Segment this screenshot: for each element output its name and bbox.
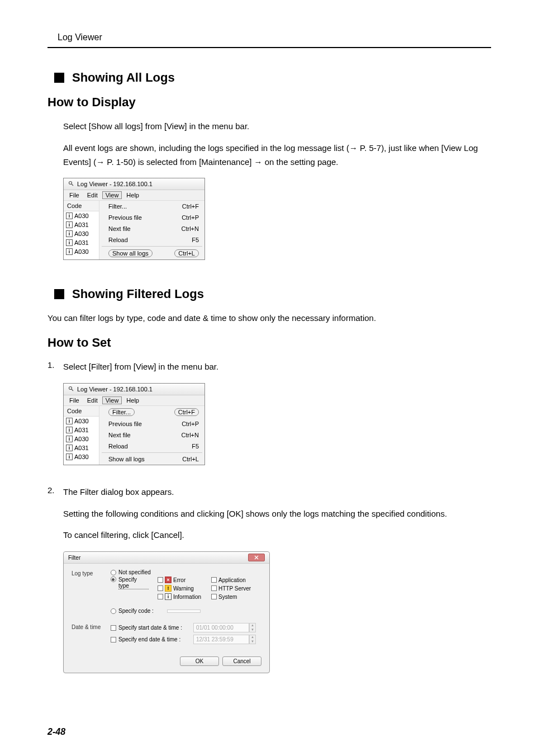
menu-item-previous-file[interactable]: Previous fileCtrl+P: [99, 418, 204, 429]
info-icon: i: [66, 248, 73, 255]
menu-edit[interactable]: Edit: [84, 191, 101, 199]
table-row: iA031: [64, 443, 99, 452]
bullet-square: [54, 73, 64, 83]
table-row: iA031: [64, 426, 99, 434]
window-title: Log Viewer - 192.168.100.1: [77, 386, 153, 393]
menu-bar: File Edit View Help: [64, 190, 204, 201]
menu-item-previous-file[interactable]: Previous fileCtrl+P: [99, 212, 204, 223]
step-number: 1.: [47, 360, 56, 479]
table-row: iA030: [64, 211, 99, 220]
close-button[interactable]: [248, 554, 265, 561]
radio-icon: [111, 608, 116, 614]
radio-specify-code[interactable]: Specify code :: [111, 608, 261, 614]
heading-how-to-display: How to Display: [47, 95, 491, 110]
screenshot-view-menu-show-all: Log Viewer - 192.168.100.1 File Edit Vie…: [63, 178, 205, 260]
menu-file[interactable]: File: [66, 396, 83, 404]
menu-view[interactable]: View: [102, 396, 122, 404]
info-icon: i: [165, 593, 172, 600]
table-row: iA030: [64, 452, 99, 461]
checkbox-icon: [158, 585, 163, 591]
label-logtype: Log type: [72, 569, 104, 615]
menu-separator: [102, 452, 202, 453]
screenshot-view-menu-filter: Log Viewer - 192.168.100.1 File Edit Vie…: [63, 383, 205, 465]
page-number: 2-48: [47, 727, 65, 737]
code-column: Code iA030 iA031 iA030 iA031 iA030: [64, 201, 99, 259]
h2-text: Showing Filtered Logs: [72, 287, 204, 301]
svg-line-3: [72, 389, 73, 391]
menu-item-filter[interactable]: Filter...Ctrl+F: [99, 406, 204, 418]
menu-view[interactable]: View: [102, 191, 122, 199]
table-row: iA031: [64, 220, 99, 229]
info-icon: i: [66, 212, 73, 219]
menu-separator: [102, 246, 202, 247]
spinner-buttons[interactable]: ▲▼: [249, 635, 256, 644]
app-icon: [67, 385, 75, 393]
cb-start-date[interactable]: Specify start date & time : 01/01 00:00:…: [111, 623, 261, 632]
start-date-input[interactable]: 01/01 00:00:00▲▼: [193, 623, 256, 632]
step-1: 1. Select [Filter] from [View] in the me…: [47, 360, 491, 479]
checkbox-icon: [158, 594, 163, 599]
radio-icon: [111, 577, 116, 582]
window-title: Log Viewer - 192.168.100.1: [77, 181, 153, 187]
cb-system[interactable]: System: [211, 593, 261, 600]
cb-application[interactable]: Application: [211, 577, 261, 583]
header-rule: [47, 47, 491, 48]
heading-showing-all-logs: Showing All Logs: [54, 70, 491, 85]
highlight-filter: Filter...: [108, 408, 135, 416]
ok-button[interactable]: OK: [180, 656, 219, 666]
highlight-show-all: Show all logs: [108, 249, 153, 257]
menu-help[interactable]: Help: [123, 191, 142, 199]
para-select-show-all: Select [Show all logs] from [View] in th…: [63, 120, 491, 134]
menu-item-reload[interactable]: ReloadF5: [99, 234, 204, 245]
menu-item-next-file[interactable]: Next fileCtrl+N: [99, 223, 204, 234]
menu-item-next-file[interactable]: Next fileCtrl+N: [99, 429, 204, 441]
table-row: iA030: [64, 229, 99, 238]
cancel-button[interactable]: Cancel: [222, 656, 261, 666]
menu-item-show-all-logs[interactable]: Show all logsCtrl+L: [99, 453, 204, 465]
h2-text: Showing All Logs: [72, 70, 175, 85]
dialog-titlebar: Filter: [64, 552, 269, 564]
menu-help[interactable]: Help: [123, 396, 142, 404]
info-icon: i: [66, 418, 73, 424]
radio-specify-type[interactable]: Specify type ×Error Application !Warning…: [111, 577, 261, 600]
cb-information[interactable]: iInformation: [158, 593, 208, 600]
spinner-buttons[interactable]: ▲▼: [249, 623, 256, 632]
menu-edit[interactable]: Edit: [84, 396, 101, 404]
filter-dialog: Filter Log type Not specified Specify ty…: [63, 551, 270, 673]
app-icon: [67, 180, 75, 188]
checkbox-icon: [211, 594, 217, 599]
svg-point-2: [69, 386, 72, 389]
code-header: Code: [64, 406, 99, 417]
info-icon: i: [66, 453, 73, 460]
warning-icon: !: [165, 585, 172, 592]
info-icon: i: [66, 436, 73, 442]
svg-point-0: [69, 182, 72, 185]
step-2-text-a: The Filter dialog box appears.: [63, 485, 491, 499]
cb-warning[interactable]: !Warning: [158, 585, 208, 592]
menu-file[interactable]: File: [66, 191, 83, 199]
end-date-input[interactable]: 12/31 23:59:59▲▼: [193, 635, 256, 644]
menu-item-reload[interactable]: ReloadF5: [99, 441, 204, 452]
dialog-title: Filter: [68, 555, 80, 561]
code-header: Code: [64, 201, 99, 211]
window-titlebar: Log Viewer - 192.168.100.1: [64, 178, 204, 190]
step-2-text-c: To cancel filtering, click [Cancel].: [63, 528, 491, 542]
menu-bar: File Edit View Help: [64, 395, 204, 406]
menu-item-show-all-logs[interactable]: Show all logsCtrl+L: [99, 247, 204, 259]
radio-icon: [111, 570, 116, 575]
cb-http-server[interactable]: HTTP Server: [211, 585, 261, 592]
type-checkbox-grid: ×Error Application !Warning HTTP Server …: [158, 577, 261, 600]
radio-not-specified[interactable]: Not specified: [111, 569, 261, 575]
checkbox-icon: [211, 577, 217, 583]
table-row: iA031: [64, 238, 99, 247]
cb-error[interactable]: ×Error: [158, 577, 208, 583]
info-icon: i: [66, 230, 73, 237]
bullet-square: [54, 289, 64, 299]
cb-end-date[interactable]: Specify end date & time : 12/31 23:59:59…: [111, 635, 261, 644]
step-2-text-b: Setting the following conditions and cli…: [63, 507, 491, 521]
table-row: iA030: [64, 247, 99, 256]
code-input[interactable]: [167, 609, 201, 613]
table-row: iA030: [64, 434, 99, 443]
menu-item-filter[interactable]: Filter...Ctrl+F: [99, 201, 204, 212]
table-row: iA030: [64, 417, 99, 426]
